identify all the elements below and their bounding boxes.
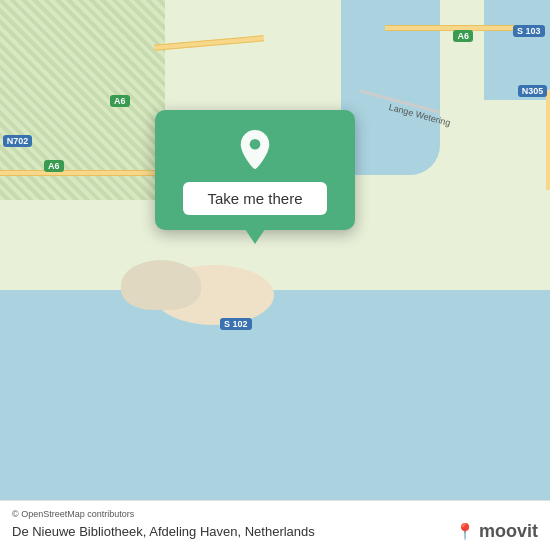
badge-a6-mid: A6 (44, 160, 64, 172)
location-pin-icon (235, 130, 275, 170)
moovit-logo: 📍 moovit (455, 521, 538, 542)
map-water-main (0, 290, 550, 500)
svg-point-0 (250, 139, 261, 150)
badge-n702: N702 (3, 135, 33, 147)
location-row: De Nieuwe Bibliotheek, Afdeling Haven, N… (12, 521, 538, 542)
map-container[interactable]: A6 A6 A6 S 103 N702 N305 S 102 Lange Wet… (0, 0, 550, 500)
popup-card: Take me there (155, 110, 355, 230)
badge-a6-right: A6 (453, 30, 473, 42)
badge-n305: N305 (518, 85, 548, 97)
badge-s102: S 102 (220, 318, 252, 330)
road-n305 (546, 90, 550, 190)
moovit-logo-text: moovit (479, 521, 538, 542)
map-attribution: © OpenStreetMap contributors (12, 509, 538, 519)
badge-a6-top-left: A6 (110, 95, 130, 107)
moovit-pin-icon: 📍 (455, 522, 475, 541)
take-me-there-button[interactable]: Take me there (183, 182, 326, 215)
location-name: De Nieuwe Bibliotheek, Afdeling Haven, N… (12, 524, 315, 539)
bottom-bar: © OpenStreetMap contributors De Nieuwe B… (0, 500, 550, 550)
app-container: A6 A6 A6 S 103 N702 N305 S 102 Lange Wet… (0, 0, 550, 550)
badge-s103: S 103 (513, 25, 545, 37)
map-peninsula (121, 260, 201, 310)
